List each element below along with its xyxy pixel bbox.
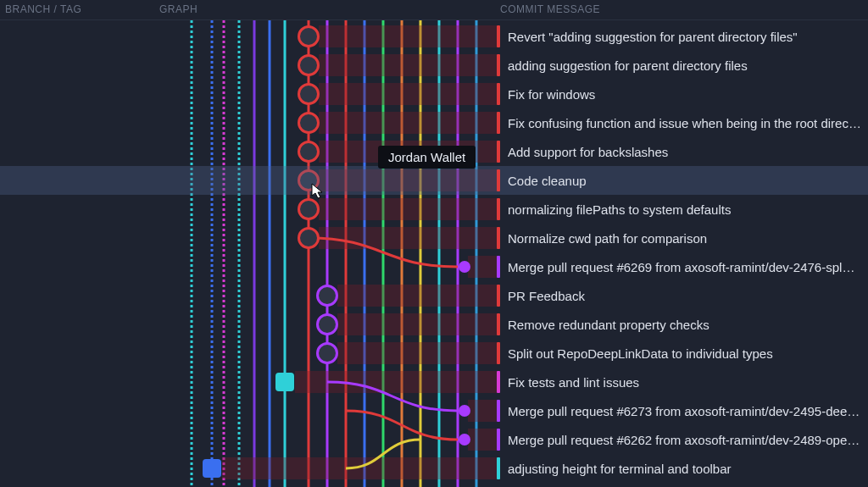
commit-list: Revert "adding suggestion for parent dir… bbox=[0, 20, 868, 487]
commit-accent bbox=[497, 227, 500, 249]
commit-message: Normalize cwd path for comparison bbox=[508, 231, 861, 246]
commit-row[interactable]: Merge pull request #6269 from axosoft-ra… bbox=[0, 252, 868, 281]
commit-accent bbox=[497, 400, 500, 422]
commit-row[interactable]: Normalize cwd path for comparison bbox=[0, 224, 868, 252]
commit-row[interactable]: Revert "adding suggestion for parent dir… bbox=[0, 22, 868, 51]
commit-accent bbox=[497, 285, 500, 307]
commit-message: Merge pull request #6273 from axosoft-ra… bbox=[508, 404, 861, 418]
commit-row[interactable]: Code cleanup bbox=[0, 166, 868, 195]
commit-accent bbox=[497, 54, 500, 76]
commit-accent bbox=[497, 256, 500, 278]
commit-message: Fix for windows bbox=[508, 87, 861, 102]
header-graph[interactable]: GRAPH bbox=[158, 0, 500, 19]
commit-accent bbox=[497, 429, 500, 451]
commit-accent bbox=[497, 342, 500, 364]
commit-accent bbox=[497, 169, 500, 191]
header-commit-message[interactable]: COMMIT MESSAGE bbox=[500, 0, 868, 19]
commit-row[interactable]: Fix tests and lint issues bbox=[0, 368, 868, 396]
commit-accent bbox=[497, 112, 500, 134]
mouse-cursor-icon bbox=[311, 183, 325, 200]
avatar-tooltip: Jordan Wallet bbox=[378, 146, 476, 169]
commit-accent bbox=[497, 198, 500, 220]
commit-accent bbox=[497, 457, 500, 479]
commit-message: Remove redundant property checks bbox=[508, 318, 861, 332]
commit-message: Merge pull request #6269 from axosoft-ra… bbox=[508, 260, 861, 274]
column-header-row: BRANCH / TAG GRAPH COMMIT MESSAGE bbox=[0, 0, 868, 20]
commit-row[interactable]: Fix for windows bbox=[0, 80, 868, 108]
commit-accent bbox=[497, 25, 500, 47]
commit-row[interactable]: Remove redundant property checks bbox=[0, 310, 868, 339]
commit-message: normalizing filePaths to system defaults bbox=[508, 202, 861, 217]
commit-message: Fix tests and lint issues bbox=[508, 375, 861, 390]
commit-accent bbox=[497, 313, 500, 335]
header-branch-tag[interactable]: BRANCH / TAG bbox=[0, 0, 158, 19]
commit-message: Add support for backslashes bbox=[508, 145, 861, 159]
commit-row[interactable]: Fix confusing function and issue when be… bbox=[0, 108, 868, 137]
commit-accent bbox=[497, 141, 500, 163]
commit-row[interactable]: adding suggestion for parent directory f… bbox=[0, 51, 868, 80]
commit-message: PR Feedback bbox=[508, 289, 861, 303]
commit-message: Fix confusing function and issue when be… bbox=[508, 116, 861, 130]
commit-message: adding suggestion for parent directory f… bbox=[508, 58, 861, 73]
commit-message: adjusting height for terminal and toolba… bbox=[508, 462, 861, 476]
commit-row[interactable]: normalizing filePaths to system defaults bbox=[0, 195, 868, 224]
commit-accent bbox=[497, 371, 500, 393]
commit-message: Merge pull request #6262 from axosoft-ra… bbox=[508, 433, 861, 447]
commit-message: Split out RepoDeepLinkData to individual… bbox=[508, 346, 861, 361]
commit-row[interactable]: Split out RepoDeepLinkData to individual… bbox=[0, 339, 868, 368]
commit-row[interactable]: PR Feedback bbox=[0, 281, 868, 310]
tooltip-text: Jordan Wallet bbox=[388, 150, 465, 164]
commit-message: Code cleanup bbox=[508, 174, 861, 188]
commit-row[interactable]: Merge pull request #6273 from axosoft-ra… bbox=[0, 396, 868, 425]
commit-accent bbox=[497, 83, 500, 105]
commit-row[interactable]: Merge pull request #6262 from axosoft-ra… bbox=[0, 425, 868, 454]
commit-row[interactable]: adjusting height for terminal and toolba… bbox=[0, 454, 868, 483]
commit-message: Revert "adding suggestion for parent dir… bbox=[508, 30, 861, 44]
